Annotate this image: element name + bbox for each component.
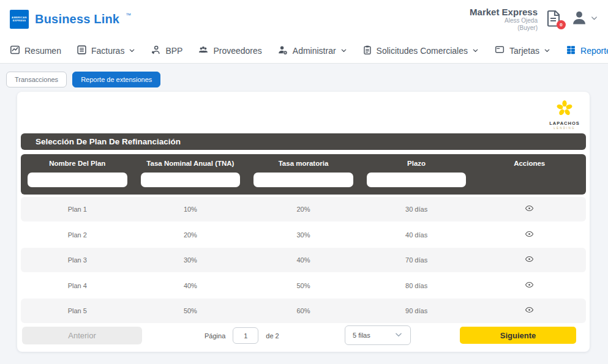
filter-moratoria-input[interactable] (253, 173, 353, 187)
nav-item-reportes[interactable]: Reportes (566, 45, 608, 57)
account-role: (Buyer) (470, 24, 538, 32)
cell-plan-name: Plan 3 (21, 256, 134, 264)
table-row: Plan 3 30% 40% 70 días (21, 248, 586, 272)
chevron-down-icon (590, 13, 598, 24)
amex-logo-line2: EXPRESS (13, 20, 26, 22)
avatar-icon (571, 9, 588, 29)
previous-page-button[interactable]: Anterior (22, 327, 142, 344)
amex-logo-line1: AMERICAN (12, 17, 27, 19)
cell-tna: 20% (134, 231, 247, 239)
main-nav: Resumen Facturas BPP Proveedores Admi (0, 38, 608, 64)
tab-reporte-de-extensiones[interactable]: Reporte de extensiones (72, 72, 160, 87)
filter-tna-input[interactable] (141, 173, 240, 187)
cell-plazo: 30 días (360, 206, 473, 213)
notifications-button[interactable]: 0 (546, 10, 562, 28)
account-info: Market Express Aless Ojeda (Buyer) (470, 7, 538, 31)
chevron-down-icon (394, 330, 403, 340)
nav-label: Facturas (91, 46, 124, 56)
eye-icon (525, 305, 534, 316)
nav-item-administrar[interactable]: Administrar (277, 45, 347, 57)
refinancing-plan-card: LAPACHOS LENDING Selección De Plan De Re… (17, 92, 590, 352)
nav-item-bpp[interactable]: BPP (151, 45, 182, 57)
chevron-down-icon (340, 46, 347, 56)
person-badge-icon (151, 45, 161, 57)
next-page-button[interactable]: Siguiente (460, 327, 576, 344)
top-right-area: Market Express Aless Ojeda (Buyer) 0 (470, 7, 598, 31)
column-header-acciones: Acciones (514, 160, 545, 167)
rows-per-page-select[interactable]: 5 filas (345, 325, 411, 345)
flower-icon (555, 99, 574, 120)
cell-moratoria: 20% (247, 206, 360, 213)
table-row: Plan 2 20% 30% 40 días (21, 223, 586, 247)
chevron-down-icon (129, 46, 135, 56)
page-indicator: Página de 2 (205, 327, 279, 344)
table-body: Plan 1 10% 20% 30 días Plan 2 20% 30% 40… (21, 197, 586, 324)
cell-plan-name: Plan 5 (21, 307, 134, 314)
column-header-moratoria: Tasa moratoria (279, 160, 329, 167)
cell-tna: 40% (134, 282, 247, 289)
cell-plazo: 80 días (360, 282, 473, 289)
cell-plan-name: Plan 2 (21, 231, 134, 239)
nav-item-resumen[interactable]: Resumen (10, 45, 61, 57)
rows-per-page-value: 5 filas (353, 332, 370, 339)
nav-label: Solicitudes Comerciales (377, 46, 468, 56)
card-icon (494, 45, 505, 56)
notification-badge: 0 (557, 20, 566, 29)
cell-tna: 50% (134, 307, 247, 314)
table-row: Plan 4 40% 50% 80 días (21, 273, 586, 298)
cell-tna: 30% (134, 256, 247, 264)
eye-icon (525, 204, 534, 215)
person-plus-icon (277, 45, 288, 57)
cell-tna: 10% (134, 206, 247, 213)
lapachos-subtitle: LENDING (554, 127, 575, 130)
filter-nombre-input[interactable] (28, 173, 127, 187)
view-plan-button[interactable] (473, 229, 586, 240)
cell-plazo: 40 días (360, 231, 473, 239)
filter-plazo-input[interactable] (367, 173, 466, 187)
chevron-down-icon (472, 46, 479, 56)
cell-moratoria: 40% (247, 256, 360, 264)
page-number-input[interactable] (233, 327, 258, 344)
brand[interactable]: AMERICAN EXPRESS Business Link ™ (10, 10, 131, 29)
cell-moratoria: 30% (247, 231, 360, 239)
nav-label: Administrar (293, 46, 336, 56)
table-row: Plan 5 50% 60% 90 días (21, 299, 586, 323)
nav-label: Resumen (24, 46, 61, 56)
nav-item-facturas[interactable]: Facturas (77, 45, 135, 57)
clipboard-icon (362, 45, 372, 57)
brand-name: Business Link (35, 12, 119, 26)
lapachos-logo: LAPACHOS LENDING (546, 97, 584, 132)
list-icon (77, 45, 87, 57)
cell-plan-name: Plan 1 (21, 206, 134, 213)
cell-plan-name: Plan 4 (21, 282, 134, 289)
column-header-tna: Tasa Nominal Anual (TNA) (146, 160, 234, 167)
nav-label: BPP (165, 46, 182, 56)
account-user: Aless Ojeda (470, 17, 538, 24)
user-menu[interactable] (571, 9, 598, 29)
cell-moratoria: 60% (247, 307, 360, 314)
cell-plazo: 90 días (360, 307, 473, 314)
report-tabs: Transacciones Reporte de extensiones (6, 72, 608, 87)
table-header: Nombre Del Plan Tasa Nominal Anual (TNA)… (21, 154, 586, 195)
nav-item-solicitudes-comerciales[interactable]: Solicitudes Comerciales (362, 45, 479, 57)
tab-transacciones[interactable]: Transacciones (6, 72, 67, 87)
lapachos-name: LAPACHOS (549, 121, 580, 126)
view-plan-button[interactable] (473, 254, 586, 266)
nav-label: Tarjetas (509, 46, 539, 56)
table-row: Plan 1 10% 20% 30 días (21, 197, 586, 221)
people-icon (198, 45, 209, 57)
chevron-down-icon (544, 46, 550, 56)
nav-label: Proveedores (213, 46, 261, 56)
section-title: Selección De Plan De Refinanciación (21, 133, 586, 150)
view-plan-button[interactable] (473, 280, 586, 291)
page: AMERICAN EXPRESS Business Link ™ Market … (0, 0, 608, 364)
column-header-plazo: Plazo (407, 160, 426, 167)
page-total-label: de 2 (266, 332, 279, 340)
brand-trademark: ™ (126, 12, 131, 18)
nav-item-tarjetas[interactable]: Tarjetas (494, 45, 550, 56)
chart-icon (10, 45, 20, 57)
nav-item-proveedores[interactable]: Proveedores (198, 45, 261, 57)
view-plan-button[interactable] (473, 305, 586, 316)
view-plan-button[interactable] (473, 204, 586, 215)
eye-icon (525, 229, 534, 240)
